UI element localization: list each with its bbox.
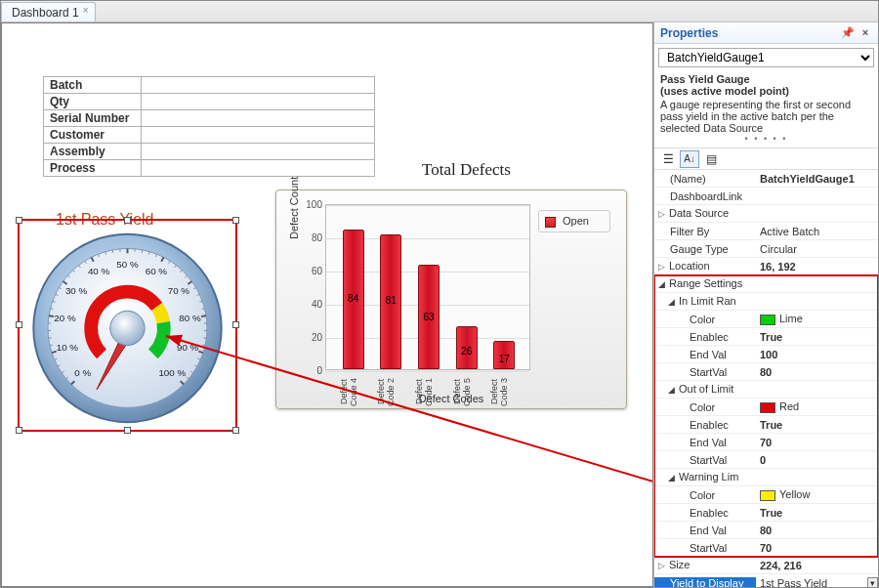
tab-close-icon[interactable]: × [80, 6, 92, 18]
prop-warn-end-val[interactable]: 80 [756, 525, 878, 536]
bar: 81 [380, 234, 401, 369]
chart-legend: Open [538, 210, 610, 232]
prop-inlimit-enabled-val[interactable]: True [756, 331, 878, 343]
prop-warn-color-val[interactable]: Yellow [756, 488, 878, 501]
properties-grid[interactable]: (Name)BatchYieldGauge1 DashboardLink Dat… [654, 170, 878, 587]
color-swatch-icon [760, 315, 775, 325]
info-row-serialnumber: Serial Number [44, 110, 142, 127]
properties-header: Properties 📌 × [654, 22, 878, 44]
properties-toolbar: ☰ A↓ ▤ [654, 148, 878, 170]
category-label: Defect Code 3 [489, 373, 519, 410]
close-icon[interactable]: × [858, 26, 872, 40]
prop-gaugetype-val[interactable]: Circular [756, 243, 878, 255]
prop-filterby-val[interactable]: Active Batch [756, 226, 878, 237]
prop-location-val[interactable]: 16, 192 [756, 261, 878, 273]
chart-ylabel: Defect Count [288, 177, 300, 239]
svg-text:30 %: 30 % [65, 285, 88, 296]
color-swatch-icon [760, 490, 775, 501]
dropdown-icon[interactable]: ▾ [867, 577, 878, 588]
prop-outlimit-enabled-key: Enablec [690, 419, 729, 431]
resize-handle-sw[interactable] [16, 427, 22, 434]
tabbar: Dashboard 1 × [1, 1, 878, 22]
expand-toggle-icon[interactable] [666, 386, 677, 397]
prop-outlimit-color-val[interactable]: Red [756, 400, 878, 413]
prop-warn-start-key: StartVal [690, 542, 727, 554]
prop-datasource-key: Data Source [669, 207, 729, 219]
expand-toggle-icon[interactable] [666, 298, 677, 309]
prop-yield-val[interactable]: 1st Pass Yield▾ [756, 577, 878, 588]
prop-inlimit-end-val[interactable]: 100 [756, 349, 878, 360]
category-label: Defect Code 2 [376, 373, 405, 410]
svg-text:0 %: 0 % [74, 367, 91, 378]
gauge-widget[interactable]: 0 %10 %20 %30 %40 %50 %60 %70 %80 %90 %1… [18, 219, 237, 432]
property-pages-button[interactable]: ▤ [701, 150, 721, 168]
prop-inlimit-color-val[interactable]: Lime [756, 313, 878, 325]
alphabetical-view-button[interactable]: A↓ [680, 150, 699, 168]
expand-collapse-icon[interactable]: • • • • • [660, 134, 872, 144]
y-tick-label: 20 [301, 332, 322, 343]
expand-toggle-icon[interactable] [666, 474, 677, 484]
prop-inlimit-start-key: StartVal [690, 366, 727, 378]
prop-outlimit-start-key: StartVal [690, 454, 727, 466]
resize-handle-n[interactable] [124, 217, 131, 224]
svg-point-65 [110, 311, 145, 345]
info-table[interactable]: Batch Qty Serial Number Customer Assembl… [43, 76, 375, 177]
object-select[interactable]: BatchYieldGauge1 [658, 48, 874, 67]
svg-text:60 %: 60 % [146, 266, 168, 276]
properties-pane: Properties 📌 × BatchYieldGauge1 Pass Yie… [653, 22, 878, 587]
bar: 17 [493, 341, 515, 369]
prop-size-val[interactable]: 224, 216 [756, 560, 878, 571]
prop-inlimit-enabled-key: Enablec [690, 331, 729, 343]
svg-line-34 [142, 250, 143, 253]
expand-toggle-icon[interactable] [656, 210, 667, 221]
category-label: Defect Code 5 [452, 373, 481, 410]
gauge-svg: 0 %10 %20 %30 %40 %50 %60 %70 %80 %90 %1… [20, 221, 235, 430]
info-row-process: Process [44, 160, 142, 177]
bar: 84 [343, 230, 364, 369]
prop-outlimit-end-key: End Val [690, 437, 727, 448]
bar-value-label: 26 [457, 346, 477, 357]
resize-handle-e[interactable] [232, 321, 239, 328]
svg-text:20 %: 20 % [54, 313, 76, 323]
prop-warn-color-key: Color [690, 489, 715, 501]
legend-label: Open [563, 215, 589, 227]
resize-handle-s[interactable] [124, 427, 131, 434]
prop-warn-enabled-val[interactable]: True [756, 507, 878, 519]
prop-inlimit-end-key: End Val [690, 349, 727, 360]
prop-outlimit-color-key: Color [690, 401, 715, 413]
y-tick-label: 60 [301, 266, 322, 276]
prop-inlimit-start-val[interactable]: 80 [756, 366, 878, 378]
prop-warn-start-val[interactable]: 70 [756, 542, 878, 554]
resize-handle-se[interactable] [232, 427, 239, 434]
design-canvas[interactable]: Batch Qty Serial Number Customer Assembl… [1, 22, 653, 587]
chart-widget[interactable]: Defect Count 02040608010084Defect Code 4… [275, 189, 627, 409]
resize-handle-w[interactable] [16, 321, 22, 328]
prop-outlimit-end-val[interactable]: 70 [756, 437, 878, 448]
prop-rangesettings-key: Range Settings [669, 277, 742, 289]
prop-outlimit-start-val[interactable]: 0 [756, 454, 878, 466]
svg-line-4 [49, 315, 54, 316]
pin-icon[interactable]: 📌 [841, 26, 855, 40]
svg-line-31 [112, 250, 113, 253]
svg-text:40 %: 40 % [88, 266, 110, 276]
resize-handle-ne[interactable] [232, 217, 239, 224]
prop-outlimit-enabled-val[interactable]: True [756, 419, 878, 431]
svg-line-48 [202, 345, 205, 346]
svg-text:70 %: 70 % [168, 285, 190, 296]
expand-toggle-icon[interactable] [656, 263, 667, 273]
y-tick-label: 80 [301, 232, 322, 243]
properties-description: Pass Yield Gauge (uses active model poin… [654, 71, 878, 148]
expand-toggle-icon[interactable] [656, 280, 667, 291]
prop-name-val[interactable]: BatchYieldGauge1 [756, 173, 878, 185]
categorized-view-button[interactable]: ☰ [658, 150, 678, 168]
expand-toggle-icon[interactable] [656, 562, 667, 572]
type-sublabel: (uses active model point) [660, 85, 872, 97]
svg-text:80 %: 80 % [179, 313, 201, 323]
tab-dashboard1[interactable]: Dashboard 1 × [1, 2, 96, 21]
prop-name-key: (Name) [670, 173, 706, 185]
svg-text:100 %: 100 % [158, 367, 186, 378]
legend-swatch-icon [545, 217, 556, 228]
resize-handle-nw[interactable] [16, 217, 22, 224]
bar: 26 [456, 326, 478, 369]
info-row-qty: Qty [44, 94, 142, 110]
